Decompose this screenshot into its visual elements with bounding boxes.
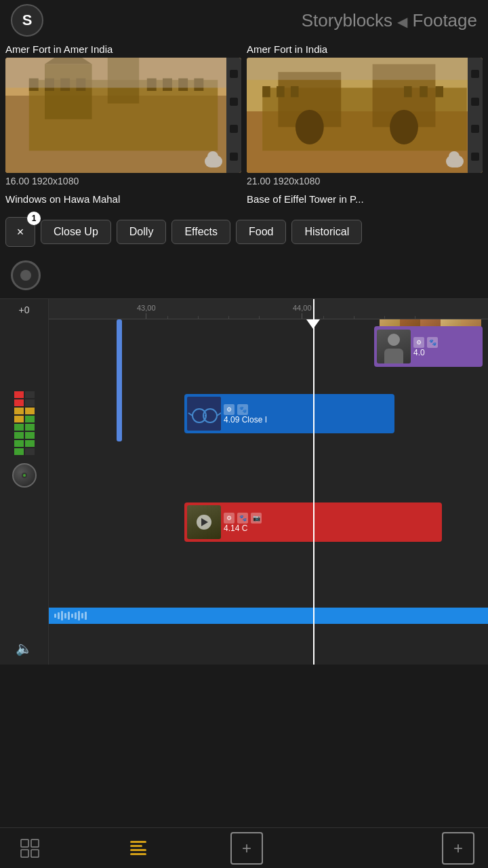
person-head	[388, 334, 400, 346]
clip-purple[interactable]: ⚙ 🐾 4.0	[374, 326, 483, 367]
level-seg-yellow-3	[25, 399, 35, 406]
cloud-icon-2	[446, 155, 464, 167]
footage-image-1	[5, 58, 241, 173]
clip-info-purple: ⚙ 🐾 4.0	[413, 336, 480, 357]
clip-row-2: ⚙ 🐾 4.09 Close I	[49, 380, 488, 435]
footage-title-3: Windows on Hawa Mahal	[5, 192, 241, 206]
svg-rect-36	[31, 840, 39, 847]
filter-tag-historical[interactable]: Historical	[291, 220, 362, 244]
clip-label-blue: 4.09 Close I	[224, 415, 392, 425]
level-bars	[14, 319, 35, 455]
clip-thumb-person	[377, 330, 411, 363]
svg-rect-37	[21, 850, 28, 857]
wf-7	[75, 612, 77, 619]
fort-svg-2	[247, 58, 483, 173]
level-seg-yellow-4	[25, 408, 35, 414]
filter-tag-dolly[interactable]: Dolly	[117, 220, 167, 244]
footage-meta-1: 16.00 1920x1080	[5, 176, 241, 186]
grid-icon	[20, 839, 39, 858]
record-row	[0, 252, 488, 298]
ruler-tick-small-5	[323, 316, 324, 319]
level-label: +0	[19, 304, 30, 315]
wf-1	[54, 614, 56, 618]
wf-10	[85, 612, 87, 620]
person-body	[384, 349, 403, 363]
footage-thumb-1[interactable]	[5, 58, 241, 173]
level-seg-yellow-1	[14, 408, 24, 414]
level-seg-green-3	[14, 440, 24, 447]
svg-rect-14	[5, 58, 241, 87]
bottom-toolbar: + +	[0, 827, 488, 868]
add-button[interactable]: +	[230, 832, 263, 865]
svg-point-20	[296, 110, 324, 144]
bars-view-button[interactable]	[122, 832, 155, 865]
ruler-tick-small-7	[384, 316, 385, 319]
clip-info-red: ⚙ 🐾 📷 4.14 C	[224, 511, 439, 533]
wf-9	[81, 613, 83, 618]
header-title: Storyblocks ◀ Footage	[302, 10, 477, 31]
ruler-tick-small-1	[167, 316, 168, 319]
knob-dot	[22, 473, 27, 478]
clip-label-purple: 4.0	[413, 348, 480, 357]
logo[interactable]: S	[11, 4, 43, 37]
clip-icon-cam-red: 📷	[251, 513, 262, 524]
filmstrip-edge-2	[468, 58, 483, 173]
svg-rect-38	[31, 850, 39, 857]
clip-icons-red: ⚙ 🐾 📷	[224, 513, 439, 524]
timeline-section: +0	[0, 298, 488, 665]
footage-item-1[interactable]: Amer Fort in Amer India	[5, 43, 241, 186]
playhead[interactable]	[313, 299, 314, 665]
clip-icon-gear: ⚙	[413, 337, 424, 348]
clip-icon-paw-red: 🐾	[237, 513, 248, 524]
ruler-mark-44: 44,00	[293, 304, 312, 319]
bar-line-4	[130, 853, 146, 855]
grid-view-button[interactable]	[14, 832, 46, 865]
record-button[interactable]	[11, 260, 41, 290]
footage-item-2[interactable]: Amer Fort in India	[247, 43, 483, 186]
timeline-ruler[interactable]: 43,00 44,00	[49, 299, 488, 319]
clip-person-image	[377, 330, 411, 363]
level-seg-red-1	[14, 391, 24, 398]
clip-info-blue: ⚙ 🐾 4.09 Close I	[224, 403, 392, 425]
play-triangle	[201, 518, 208, 526]
play-overlay	[197, 515, 211, 530]
ruler-label-43: 43,00	[137, 304, 156, 312]
level-seg-green-8	[25, 440, 35, 447]
footage-grid: Amer Fort in Amer India	[5, 43, 483, 186]
wf-8	[78, 611, 80, 620]
footage-title-2: Amer Fort in India	[247, 43, 483, 55]
svg-rect-26	[420, 86, 428, 97]
svg-rect-25	[404, 86, 412, 97]
clip-thumb-glasses	[187, 397, 221, 431]
timeline-scrub[interactable]	[49, 608, 488, 624]
level-seg-green-5	[25, 416, 35, 422]
ruler-tick-small-6	[354, 316, 354, 319]
footage-title-1: Amer Fort in Amer India	[5, 43, 241, 55]
clip-row-1: ⚙ 🐾 4.0	[49, 319, 488, 374]
footage-section: Amer Fort in Amer India	[0, 41, 488, 212]
footage-image-2	[247, 58, 483, 173]
glasses-svg	[187, 397, 221, 431]
level-seg-red-3	[25, 391, 35, 398]
waveform	[54, 610, 87, 621]
footage-thumb-2[interactable]	[247, 58, 483, 173]
clip-thumb-laptop	[187, 505, 221, 539]
bar-line-2	[130, 845, 142, 847]
level-bar-col-2	[25, 391, 35, 455]
add-clip-button[interactable]: +	[442, 832, 474, 865]
volume-icon[interactable]: 🔈	[16, 640, 33, 656]
ruler-tick-43	[146, 313, 146, 319]
filmstrip-edge-1	[226, 58, 241, 173]
svg-rect-24	[291, 86, 299, 97]
clip-blue[interactable]: ⚙ 🐾 4.09 Close I	[184, 394, 394, 433]
add-icon: +	[242, 839, 251, 858]
footage-meta-2: 21.00 1920x1080	[247, 176, 483, 186]
volume-knob[interactable]	[12, 463, 37, 488]
clip-icons-blue: ⚙ 🐾	[224, 404, 392, 415]
bar-line-1	[130, 841, 146, 843]
filter-tag-effects[interactable]: Effects	[171, 220, 230, 244]
bars-icon	[130, 841, 146, 855]
filter-tag-closeup[interactable]: Close Up	[41, 220, 111, 244]
filter-tag-food[interactable]: Food	[236, 220, 286, 244]
footage-title-4: Base of Eiffel Tower in P...	[247, 192, 483, 206]
